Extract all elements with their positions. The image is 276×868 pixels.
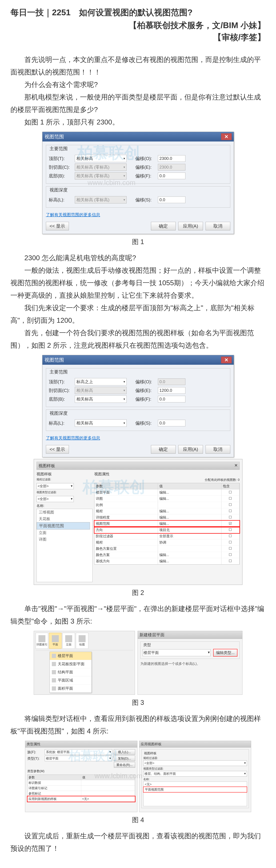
top-offset-input[interactable]: 0.0 (158, 378, 185, 385)
cell-include[interactable]: ☐ (221, 546, 240, 552)
cell-value[interactable] (158, 502, 221, 508)
level-offset-input[interactable]: 0.0 (158, 196, 185, 203)
show-button[interactable]: << 显示 (46, 445, 69, 454)
filter1-select[interactable]: <全部>▾ (36, 483, 74, 489)
cell-include[interactable]: ☐ (221, 515, 240, 521)
cell-value[interactable]: 编辑... (158, 508, 221, 514)
cell-include[interactable]: ☐ (221, 552, 240, 558)
filter2-select[interactable]: 楼层、结构、面积平面▾ (143, 771, 247, 776)
rename-button[interactable]: 重命名(R)... (114, 762, 135, 768)
cell-value[interactable]: 全部显示 (158, 533, 221, 539)
cell-value[interactable]: <无> (81, 796, 135, 802)
learn-more-link[interactable]: 了解有关视图范围的更多信息 (46, 212, 100, 218)
filter1-select[interactable]: <全部>▾ (143, 761, 247, 766)
close-button[interactable]: ✕ (221, 356, 232, 363)
filter2-label: 视图类型过滤器: (36, 491, 57, 494)
menu-item[interactable]: 楼层平面 (50, 652, 91, 660)
show-button[interactable]: << 显示 (46, 222, 69, 230)
template-group: 视图样板 规程过滤器: <全部>▾ 视图类型过滤器: 楼层、结构、面积平面▾ 名… (141, 749, 249, 808)
top-offset-input[interactable]: 2300.0 (158, 155, 185, 162)
cell-value[interactable]: 项目北 (158, 527, 221, 533)
menu-label: 楼层平面 (58, 653, 73, 658)
cell-include[interactable]: ☐ (221, 502, 240, 508)
close-button[interactable]: ✕ (221, 133, 232, 140)
bottom-select[interactable]: 相关标高▾ (75, 396, 127, 403)
cut-select[interactable]: 相关标高▾ (75, 387, 127, 394)
cell-value[interactable]: 编辑... (158, 521, 221, 527)
cell-value[interactable] (158, 546, 221, 552)
top-select[interactable]: 相关标高▾ (75, 155, 127, 162)
template-name-list[interactable]: 三维视图天花板平面视图范围立面详图 (36, 509, 92, 582)
list-item[interactable]: 平面视图范围 (143, 787, 247, 792)
bottom-offset-input[interactable]: 0.0 (158, 396, 185, 402)
menu-item[interactable]: 平面区域 (50, 676, 91, 684)
list-item[interactable]: <无> (143, 782, 247, 787)
top-select[interactable]: 标高之上▾ (75, 378, 127, 385)
names-label: 名称: (143, 778, 247, 781)
menu-item[interactable]: 结构平面 (50, 668, 91, 676)
cell-value[interactable]: 编辑... (158, 515, 221, 521)
ok-button[interactable]: 确定 (151, 445, 176, 454)
type-select[interactable]: 楼层平面▾ (143, 649, 211, 656)
chevron-down-icon: ▾ (123, 380, 125, 384)
cancel-button[interactable]: 取消 (205, 222, 230, 230)
list-item[interactable]: 平面视图范围 (37, 522, 90, 529)
cell-value[interactable]: 编辑... (158, 558, 221, 564)
cell-include[interactable]: ☐ (221, 489, 240, 495)
load-button[interactable]: 载入(L)... (114, 749, 135, 755)
duplicate-button[interactable]: 复制(D)... (114, 756, 135, 761)
cell-value[interactable]: 编辑... (158, 552, 221, 558)
bottom-offset-input[interactable]: 0.0 (158, 173, 185, 179)
filter2-select[interactable]: <全部>▾ (36, 496, 74, 502)
ribbon-button[interactable]: 平面 (49, 633, 61, 649)
ok-button[interactable]: 确定 (151, 222, 176, 230)
cell-value[interactable]: 编辑... (158, 489, 221, 495)
list-item[interactable]: 详图 (37, 536, 92, 543)
level-select[interactable]: 相关标高 (零标高)▾ (75, 196, 127, 204)
dialog-title: 视图范围 (45, 133, 64, 140)
table-row: 详图索引标记 (27, 785, 135, 791)
para-9: 单击"视图"→"平面视图"→"楼层平面"，在弹出的新建楼层平面对话框中选择"编辑… (10, 602, 266, 627)
dialog-title: 类型属性 (27, 742, 40, 746)
edit-type-button[interactable]: 编辑类型... (213, 649, 237, 656)
cell-include[interactable]: ☐ (221, 527, 240, 533)
top-offset-label: 偏移(O): (135, 379, 156, 385)
cell-include[interactable]: ☐ (221, 558, 240, 564)
ribbon-icon (79, 635, 86, 642)
chevron-down-icon: ▾ (109, 750, 111, 754)
cell-value[interactable] (81, 785, 135, 791)
list-item[interactable]: 天花板 (37, 516, 92, 522)
list-item[interactable]: 立面 (37, 529, 92, 536)
cell-include[interactable]: ☐ (221, 539, 240, 546)
cell-value[interactable]: 协调 (158, 539, 221, 546)
menu-item[interactable]: 面积平面 (50, 684, 91, 693)
cell-include[interactable]: ☐ (221, 508, 240, 514)
byline: 【柏慕联创技术服务，文/BIM 小妹】 (10, 20, 266, 31)
close-icon[interactable]: ✕ (234, 463, 238, 469)
cancel-button[interactable]: 取消 (205, 445, 230, 454)
cut-offset-input[interactable]: 1200.0 (158, 387, 185, 394)
menu-item[interactable]: 天花板投影平面 (50, 660, 91, 668)
cell-value[interactable]: 编辑... (158, 496, 221, 502)
level-offset-input[interactable]: 0.0 (158, 420, 185, 426)
cut-offset-input[interactable]: 2300.0 (158, 164, 185, 170)
apply-button[interactable]: 应用(A) (178, 222, 203, 230)
bottom-select[interactable]: 相关标高 (零标高)▾ (75, 172, 127, 180)
list-item[interactable]: 三维视图 (37, 509, 92, 516)
apply-button[interactable]: 应用(A) (178, 445, 203, 454)
template-list[interactable]: <无>平面视图范围 (143, 781, 247, 806)
type-select[interactable]: 楼层平面▾ (45, 756, 112, 761)
type-label: 类型(T): (27, 756, 43, 761)
cell-value[interactable] (81, 791, 135, 796)
ribbon-button[interactable]: 立面 (62, 633, 75, 649)
cell-include[interactable]: ☑ (221, 521, 240, 527)
learn-more-link[interactable]: 了解有关视图范围的更多信息 (46, 435, 100, 441)
cell-include[interactable]: ☐ (221, 533, 240, 539)
cell-include[interactable]: ☐ (221, 496, 240, 502)
level-select[interactable]: 相关标高▾ (75, 420, 127, 427)
cell-value[interactable] (81, 780, 135, 785)
ribbon-button[interactable]: 绘图 (76, 633, 88, 649)
family-select[interactable]: 系统族: 楼层平面▾ (45, 749, 112, 755)
ribbon-button[interactable]: 详图索引 (36, 633, 48, 649)
cut-select[interactable]: 相关标高 (零标高)▾ (75, 163, 127, 171)
